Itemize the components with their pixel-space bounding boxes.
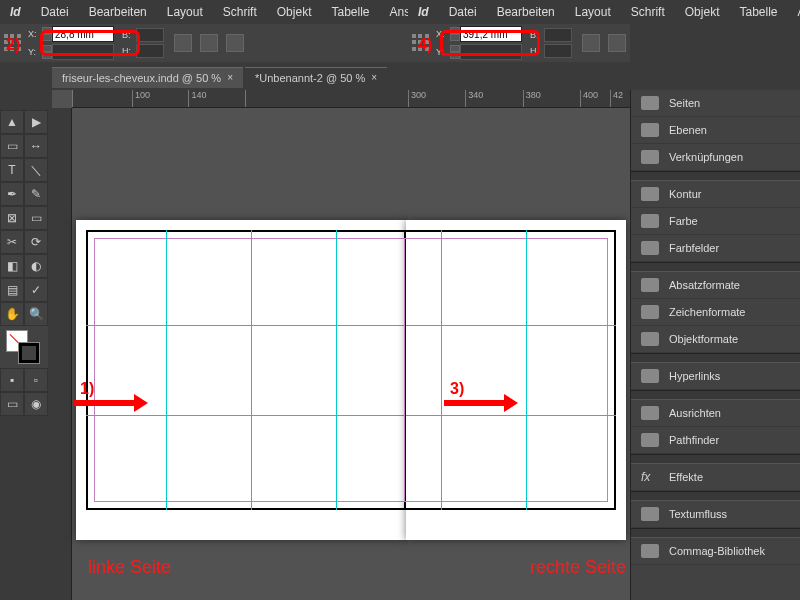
control-bar-right: X: Y: B: H: (408, 24, 630, 62)
menu-bearbeiten[interactable]: Bearbeiten (79, 5, 157, 19)
menu-schrift[interactable]: Schrift (213, 5, 267, 19)
menubar-left: Id Datei Bearbeiten Layout Schrift Objek… (0, 0, 408, 24)
hand-tool[interactable]: ✋ (0, 302, 24, 326)
swatches-icon (641, 241, 659, 255)
eyedropper-tool[interactable]: ✓ (24, 278, 48, 302)
preview-mode[interactable]: ◉ (24, 392, 48, 416)
zoom-tool[interactable]: 🔍 (24, 302, 48, 326)
menu-datei[interactable]: Datei (31, 5, 79, 19)
menu-ansicht[interactable]: Ansic (788, 5, 801, 19)
gap-tool[interactable]: ↔ (24, 134, 48, 158)
menu-objekt[interactable]: Objekt (267, 5, 322, 19)
align-icon[interactable] (200, 34, 218, 52)
panel-farbfelder[interactable]: Farbfelder (631, 235, 800, 262)
fill-stroke-swatch[interactable] (6, 330, 40, 364)
x-input[interactable] (52, 26, 114, 42)
menu-tabelle[interactable]: Tabelle (729, 5, 787, 19)
line-tool[interactable]: ＼ (24, 158, 48, 182)
effects-icon: fx (641, 470, 659, 484)
panel-objektformate[interactable]: Objektformate (631, 326, 800, 353)
x-input-right[interactable] (460, 26, 522, 42)
char-styles-icon (641, 305, 659, 319)
color-icon (641, 214, 659, 228)
direct-select-tool[interactable]: ▶ (24, 110, 48, 134)
control-bar-left: X: Y: B: H: (0, 24, 408, 62)
annotation-4: 4) (418, 36, 432, 54)
page-tool[interactable]: ▭ (0, 134, 24, 158)
menu-layout[interactable]: Layout (565, 5, 621, 19)
app-logo: Id (0, 5, 31, 19)
scissors-tool[interactable]: ✂ (0, 230, 24, 254)
frame-tool[interactable]: ⊠ (0, 206, 24, 230)
view-mode[interactable]: ▫ (24, 368, 48, 392)
feather-tool[interactable]: ◐ (24, 254, 48, 278)
panel-pathfinder[interactable]: Pathfinder (631, 427, 800, 454)
selection-tool[interactable]: ▲ (0, 110, 24, 134)
panel-ebenen[interactable]: Ebenen (631, 117, 800, 144)
panel-textumfluss[interactable]: Textumfluss (631, 501, 800, 528)
panel-seiten[interactable]: Seiten (631, 90, 800, 117)
menu-schrift[interactable]: Schrift (621, 5, 675, 19)
panel-kontur[interactable]: Kontur (631, 181, 800, 208)
flip-icon[interactable] (582, 34, 600, 52)
hyperlinks-icon (641, 369, 659, 383)
canvas-left[interactable]: 100 140 (52, 90, 408, 600)
pen-tool[interactable]: ✒ (0, 182, 24, 206)
flip-icon[interactable] (174, 34, 192, 52)
y-input[interactable] (52, 44, 114, 60)
close-icon[interactable]: × (227, 72, 233, 83)
page-left[interactable] (76, 220, 408, 540)
ruler-horizontal: 100 140 (72, 90, 408, 108)
tab-unbenannt[interactable]: *Unbenannt-2 @ 50 %× (245, 67, 387, 88)
align-icon[interactable] (608, 34, 626, 52)
page-right[interactable] (406, 220, 626, 540)
menu-datei[interactable]: Datei (439, 5, 487, 19)
page-label-left: linke Seite (88, 557, 171, 578)
panel-hyperlinks[interactable]: Hyperlinks (631, 363, 800, 390)
panel-zeichenformate[interactable]: Zeichenformate (631, 299, 800, 326)
y-input-right[interactable] (460, 44, 522, 60)
library-icon (641, 544, 659, 558)
panel-absatzformate[interactable]: Absatzformate (631, 272, 800, 299)
pages-icon (641, 96, 659, 110)
panel-verknuepfungen[interactable]: Verknüpfungen (631, 144, 800, 171)
rect-tool[interactable]: ▭ (24, 206, 48, 230)
color-mode[interactable]: ▪ (0, 368, 24, 392)
w-input[interactable] (136, 28, 164, 42)
panel-farbe[interactable]: Farbe (631, 208, 800, 235)
y-spinner[interactable] (42, 45, 52, 59)
tab-friseur[interactable]: friseur-les-cheveux.indd @ 50 %× (52, 67, 243, 88)
menu-objekt[interactable]: Objekt (675, 5, 730, 19)
panel-ausrichten[interactable]: Ausrichten (631, 400, 800, 427)
textwrap-icon (641, 507, 659, 521)
gradient-tool[interactable]: ◧ (0, 254, 24, 278)
distribute-icon[interactable] (226, 34, 244, 52)
document-tabs: friseur-les-cheveux.indd @ 50 %× *Unbena… (0, 64, 408, 90)
app-logo: Id (408, 5, 439, 19)
align-panel-icon (641, 406, 659, 420)
para-styles-icon (641, 278, 659, 292)
w-label: B: (122, 30, 136, 40)
y-label: Y: (28, 47, 42, 57)
menu-layout[interactable]: Layout (157, 5, 213, 19)
x-spinner[interactable] (450, 27, 460, 41)
ruler-horizontal: 300 340 380 400 42 (408, 90, 630, 108)
panel-bibliothek[interactable]: Commag-Bibliothek (631, 538, 800, 565)
menu-tabelle[interactable]: Tabelle (321, 5, 379, 19)
arrow-1 (74, 394, 148, 412)
layers-icon (641, 123, 659, 137)
note-tool[interactable]: ▤ (0, 278, 24, 302)
pencil-tool[interactable]: ✎ (24, 182, 48, 206)
screen-mode[interactable]: ▭ (0, 392, 24, 416)
annotation-2: 2) (6, 36, 20, 54)
y-spinner[interactable] (450, 45, 460, 59)
transform-tool[interactable]: ⟳ (24, 230, 48, 254)
panel-effekte[interactable]: fxEffekte (631, 464, 800, 491)
ruler-vertical (52, 108, 72, 600)
h-input[interactable] (136, 44, 164, 58)
close-icon[interactable]: × (371, 72, 377, 83)
type-tool[interactable]: T (0, 158, 24, 182)
canvas-right[interactable]: 300 340 380 400 42 (408, 90, 630, 600)
menu-bearbeiten[interactable]: Bearbeiten (487, 5, 565, 19)
x-spinner[interactable] (42, 27, 52, 41)
